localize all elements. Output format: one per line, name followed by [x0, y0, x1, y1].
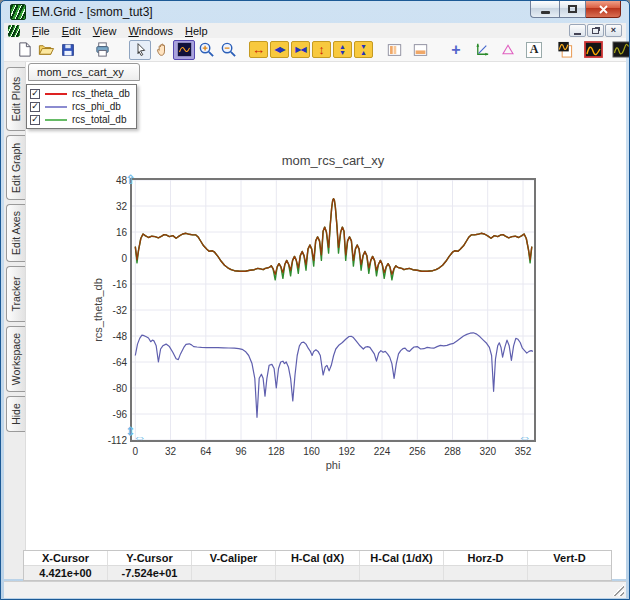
sidebar-tab-label: Edit Axes	[10, 211, 22, 255]
sidebar-tab-edit-axes[interactable]: Edit Axes	[6, 204, 25, 262]
y-tick-label: -96	[99, 409, 127, 420]
mdi-restore-icon	[592, 28, 599, 34]
legend-label: rcs_theta_db	[72, 88, 130, 99]
compress-x-button[interactable]: ◀▶	[270, 41, 289, 58]
zoom-in-button[interactable]	[195, 40, 217, 60]
sidebar-tab-tracker[interactable]: Tracker	[6, 266, 25, 322]
add-marker-button[interactable]: +	[445, 40, 467, 60]
mdi-close-button[interactable]: ×	[605, 24, 622, 37]
app-logo-icon	[10, 4, 26, 20]
x-tick-label: 160	[296, 446, 328, 457]
y-tick-label: -112	[99, 435, 127, 446]
window-title: EM.Grid - [smom_tut3]	[32, 5, 153, 19]
fit-y-button[interactable]: ▼▲	[354, 41, 373, 58]
x-axis-pan-handle-right-icon[interactable]: ⇔	[518, 431, 531, 444]
zoom-out-button[interactable]	[217, 40, 239, 60]
x-tick-label: 96	[225, 446, 257, 457]
mdi-restore-button[interactable]	[587, 24, 604, 37]
y-tick-label: -48	[99, 331, 127, 342]
menu-item-file[interactable]: File	[26, 24, 56, 38]
title-bar[interactable]: EM.Grid - [smom_tut3]	[1, 1, 629, 23]
expand-x-button[interactable]: ↔	[249, 41, 268, 58]
compress-y-button[interactable]: ▲▼	[333, 41, 352, 58]
cursor-table-header: H-Cal (1/dX)	[360, 551, 444, 565]
cursor-readout-table: X-CursorY-CursorV-CaliperH-Cal (dX)H-Cal…	[23, 550, 612, 581]
zoom-window-button[interactable]	[173, 40, 195, 60]
plot-canvas[interactable]	[132, 180, 534, 440]
menu-bar: FileEditViewWindowsHelp ×	[4, 23, 626, 38]
overlay-plots-button[interactable]	[554, 40, 576, 60]
cursor-table-value	[276, 566, 360, 580]
sidebar-tab-label: Edit Plots	[10, 77, 22, 121]
cursor-table-header: V-Caliper	[192, 551, 276, 565]
mdi-minimize-button[interactable]	[569, 24, 586, 37]
expand-y-button[interactable]: ↕	[312, 41, 331, 58]
sidebar-tab-edit-graph[interactable]: Edit Graph	[6, 135, 25, 200]
sidebar-tab-workspace[interactable]: Workspace	[6, 326, 25, 392]
legend-item-rcs_phi_db[interactable]: ✓rcs_phi_db	[30, 100, 130, 113]
legend-item-rcs_total_db[interactable]: ✓rcs_total_db	[30, 113, 130, 126]
minimize-icon	[541, 11, 550, 14]
open-file-button[interactable]	[35, 40, 57, 60]
edit-axes-tool-button[interactable]	[471, 40, 493, 60]
x-tick-label: 64	[190, 446, 222, 457]
sidebar-tab-edit-plots[interactable]: Edit Plots	[6, 67, 25, 131]
sidebar-tab-hide[interactable]: Hide	[6, 396, 25, 432]
split-vertical-button[interactable]	[383, 40, 405, 60]
select-pointer-button[interactable]	[129, 40, 151, 60]
legend-line-sample	[45, 93, 67, 95]
minimize-button[interactable]	[530, 1, 559, 18]
legend-checkbox[interactable]: ✓	[30, 89, 40, 99]
resize-grip[interactable]	[612, 584, 624, 596]
fit-x-button[interactable]: ▶◀	[291, 41, 310, 58]
menu-item-windows[interactable]: Windows	[122, 24, 179, 38]
y-tick-label: 32	[99, 201, 127, 212]
x-axis-pan-handle-left-icon[interactable]: ⇔	[133, 431, 146, 444]
split-horizontal-button[interactable]	[409, 40, 431, 60]
new-file-button[interactable]	[13, 40, 35, 60]
legend-item-rcs_theta_db[interactable]: ✓rcs_theta_db	[30, 87, 130, 100]
tab-label: mom_rcs_cart_xy	[37, 66, 124, 78]
save-file-button[interactable]	[57, 40, 79, 60]
legend-checkbox[interactable]: ✓	[30, 102, 40, 112]
plot-frame	[130, 178, 536, 442]
cursor-table-header: Vert-D	[528, 551, 611, 565]
mdi-close-icon: ×	[611, 26, 616, 35]
menu-item-view[interactable]: View	[87, 24, 123, 38]
x-tick-label: 0	[119, 446, 151, 457]
y-tick-label: -32	[99, 305, 127, 316]
close-icon	[599, 5, 608, 14]
print-button[interactable]	[91, 40, 113, 60]
menu-item-help[interactable]: Help	[179, 24, 214, 38]
sidebar-tab-label: Edit Graph	[10, 142, 22, 192]
legend-line-sample	[45, 106, 67, 108]
cursor-table-header-row: X-CursorY-CursorV-CaliperH-Cal (dX)H-Cal…	[24, 551, 611, 565]
status-bar	[4, 581, 626, 598]
pan-hand-button[interactable]	[151, 40, 173, 60]
x-axis-label: phi	[326, 459, 341, 471]
menu-item-edit[interactable]: Edit	[56, 24, 87, 38]
y-tick-label: -64	[99, 357, 127, 368]
sidebar-tab-label: Tracker	[10, 276, 22, 311]
mdi-minimize-icon	[574, 33, 581, 35]
document-icon[interactable]	[8, 25, 20, 37]
legend-checkbox[interactable]: ✓	[30, 115, 40, 125]
maximize-button[interactable]	[559, 1, 586, 18]
tab-mom-rcs-cart-xy[interactable]: mom_rcs_cart_xy	[28, 63, 140, 81]
y-tick-label: -16	[99, 279, 127, 290]
cursor-table-value	[360, 566, 444, 580]
cursor-table-header: X-Cursor	[24, 551, 108, 565]
plot-style-dark-red-button[interactable]	[582, 40, 604, 60]
x-tick-label: 192	[331, 446, 363, 457]
maximize-icon	[568, 5, 577, 13]
cursor-table-value	[444, 566, 528, 580]
caliper-tool-button[interactable]	[497, 40, 519, 60]
y-tick-label: 16	[99, 227, 127, 238]
x-tick-label: 32	[155, 446, 187, 457]
close-button[interactable]	[586, 1, 621, 18]
cursor-table-value-row: 4.421e+00-7.524e+01	[24, 565, 611, 580]
x-tick-label: 352	[507, 446, 539, 457]
text-annotation-button[interactable]: A	[523, 40, 545, 60]
plot-style-dark-green-button[interactable]	[610, 40, 630, 60]
y-axis-pan-handle-top-icon[interactable]: ⇧	[125, 173, 136, 186]
